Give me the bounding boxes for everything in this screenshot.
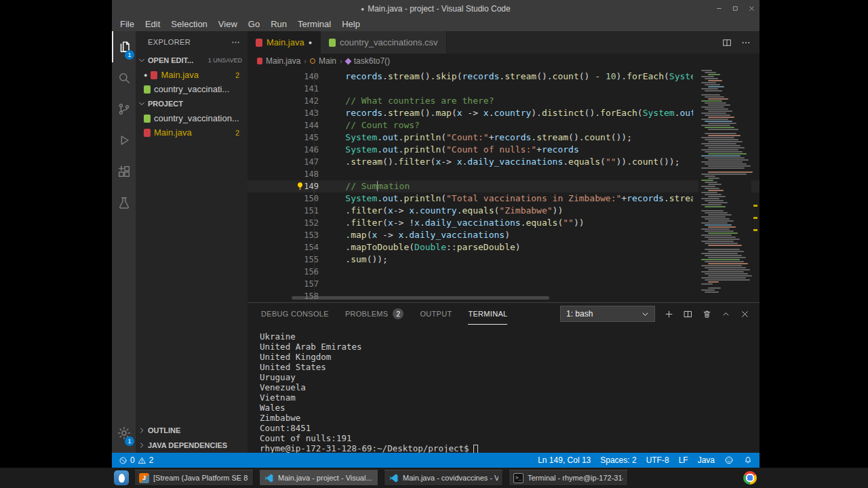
terminal-output[interactable]: UkraineUnited Arab EmiratesUnited Kingdo… bbox=[248, 325, 760, 453]
menu-view[interactable]: View bbox=[213, 17, 243, 31]
code-line[interactable]: 145 System.out.println("Count:"+records.… bbox=[248, 131, 760, 144]
code-line[interactable]: 154 .mapToDouble(Double::parseDouble) bbox=[248, 241, 760, 253]
chrome-icon[interactable] bbox=[743, 471, 757, 485]
section-outline[interactable]: OUTLINE bbox=[136, 423, 248, 438]
line-number[interactable]: 144 bbox=[248, 119, 319, 131]
line-number[interactable]: 142 bbox=[248, 95, 319, 107]
activity-run-debug[interactable] bbox=[112, 125, 136, 156]
line-number[interactable]: 153 bbox=[248, 229, 319, 241]
editor-tab-country-vaccinations-csv[interactable]: country_vaccinations.csv bbox=[321, 31, 447, 54]
breadcrumb-main-java[interactable]: Main.java bbox=[257, 56, 300, 66]
new-terminal-icon[interactable] bbox=[664, 309, 674, 319]
code-line[interactable]: 144 // Count rows? bbox=[248, 119, 760, 131]
line-number[interactable]: 146 bbox=[248, 144, 319, 156]
close-panel-icon[interactable] bbox=[740, 309, 750, 319]
menu-help[interactable]: Help bbox=[336, 17, 366, 31]
code-line[interactable]: 155 .sum()); bbox=[248, 253, 760, 266]
file-row-main-java[interactable]: ●Main.java2 bbox=[136, 68, 248, 82]
menu-terminal[interactable]: Terminal bbox=[292, 17, 336, 31]
lightbulb-icon[interactable] bbox=[295, 181, 305, 191]
code-line[interactable]: 141 bbox=[248, 83, 760, 95]
code-line[interactable]: 150 System.out.println("Total vaccinatio… bbox=[248, 192, 760, 205]
activity-test[interactable] bbox=[112, 187, 136, 218]
taskbar-window-main-java-covidvaccines-vi[interactable]: Main.java - covidvaccines - Vi... bbox=[384, 470, 503, 486]
split-terminal-icon[interactable] bbox=[683, 309, 693, 319]
status-utf-8[interactable]: UTF-8 bbox=[646, 455, 669, 465]
applications-menu-icon[interactable] bbox=[114, 470, 129, 485]
code-line[interactable]: 151 .filter(x-> x.country.equals("Zimbab… bbox=[248, 205, 760, 217]
code-line[interactable]: 156 bbox=[248, 266, 760, 278]
line-number[interactable]: 152 bbox=[248, 217, 319, 229]
code-line[interactable]: 143 records.stream().map(x -> x.country)… bbox=[248, 107, 760, 119]
line-number[interactable]: 141 bbox=[248, 83, 319, 95]
code-line[interactable]: 153 .map(x -> x.daily_vaccinations) bbox=[248, 229, 760, 241]
code-editor[interactable]: 140 records.stream().skip(records.stream… bbox=[248, 68, 760, 302]
maximize-panel-icon[interactable] bbox=[721, 309, 731, 319]
menu-go[interactable]: Go bbox=[243, 17, 265, 31]
code-line[interactable]: 147 .stream().filter(x-> x.daily_vaccina… bbox=[248, 156, 760, 168]
line-number[interactable]: 154 bbox=[248, 241, 319, 253]
line-number[interactable]: 155 bbox=[248, 253, 319, 266]
line-number[interactable]: 147 bbox=[248, 156, 319, 168]
breadcrumb-task6to7[interactable]: task6to7() bbox=[346, 56, 390, 66]
code-line[interactable]: 146 System.out.println("Count of nulls:"… bbox=[248, 144, 760, 156]
more-actions-icon[interactable] bbox=[741, 37, 751, 48]
code-line[interactable]: 148 bbox=[248, 168, 760, 180]
split-editor-icon[interactable] bbox=[722, 37, 732, 48]
editor-tab-main-java[interactable]: Main.java● bbox=[248, 31, 321, 54]
code-line[interactable]: 140 records.stream().skip(records.stream… bbox=[248, 70, 760, 83]
menu-edit[interactable]: Edit bbox=[140, 17, 165, 31]
line-number[interactable]: 150 bbox=[248, 192, 319, 205]
code-line[interactable]: 152 .filter(x-> !x.daily_vaccinations.eq… bbox=[248, 217, 760, 229]
code-line[interactable]: 149 // Summation bbox=[248, 180, 760, 192]
taskbar-window-stream-java-platform-se-8[interactable]: J[Stream (Java Platform SE 8 )... bbox=[134, 470, 254, 486]
activity-settings[interactable]: 1 bbox=[112, 418, 136, 449]
status-ln-149-col-13[interactable]: Ln 149, Col 13 bbox=[538, 455, 591, 465]
line-number[interactable]: 140 bbox=[248, 70, 319, 83]
line-number[interactable]: 148 bbox=[248, 168, 319, 180]
panel-tab-debug-console[interactable]: DEBUG CONSOLE bbox=[261, 303, 329, 325]
file-row-country-vaccination[interactable]: country_vaccination... bbox=[136, 111, 248, 125]
terminal-shell-select[interactable]: 1: bash bbox=[560, 306, 655, 322]
line-number[interactable]: 145 bbox=[248, 131, 319, 144]
activity-extensions[interactable] bbox=[112, 156, 136, 187]
maximize-button[interactable] bbox=[727, 0, 743, 17]
line-number[interactable]: 156 bbox=[248, 266, 319, 278]
menu-run[interactable]: Run bbox=[265, 17, 292, 31]
panel-tab-output[interactable]: OUTPUT bbox=[420, 303, 452, 325]
code-line[interactable]: 157 bbox=[248, 278, 760, 290]
taskbar-window-main-java-project-visual[interactable]: Main.java - project - Visual... bbox=[259, 470, 378, 486]
feedback-smiley-icon[interactable] bbox=[724, 455, 734, 465]
menu-file[interactable]: File bbox=[115, 17, 140, 31]
line-number[interactable]: 151 bbox=[248, 205, 319, 217]
horizontal-scrollbar[interactable] bbox=[292, 296, 549, 300]
file-row-country-vaccinati[interactable]: country_vaccinati... bbox=[136, 82, 248, 96]
line-number[interactable]: 149 bbox=[248, 180, 319, 192]
problems-status[interactable]: 0 2 bbox=[119, 455, 153, 465]
status-spaces-2[interactable]: Spaces: 2 bbox=[600, 455, 636, 465]
titlebar[interactable]: ●Main.java - project - Visual Studio Cod… bbox=[112, 0, 760, 17]
code-line[interactable]: 142 // What countries are there? bbox=[248, 95, 760, 107]
status-lf[interactable]: LF bbox=[679, 455, 688, 465]
section-open-editors[interactable]: OPEN EDIT... 1 UNSAVED bbox=[136, 53, 248, 68]
menu-selection[interactable]: Selection bbox=[165, 17, 212, 31]
line-number[interactable]: 157 bbox=[248, 278, 319, 290]
breadcrumb-main[interactable]: Main bbox=[310, 56, 336, 66]
activity-search[interactable] bbox=[112, 62, 136, 94]
notifications-bell-icon[interactable] bbox=[743, 455, 753, 465]
line-number[interactable]: 143 bbox=[248, 107, 319, 119]
kill-terminal-icon[interactable] bbox=[702, 309, 712, 319]
minimize-button[interactable] bbox=[711, 0, 727, 17]
section-project[interactable]: PROJECT bbox=[136, 96, 248, 111]
file-row-main-java[interactable]: Main.java2 bbox=[136, 125, 248, 140]
more-actions-icon[interactable] bbox=[231, 37, 241, 47]
section-java-dependencies[interactable]: JAVA DEPENDENCIES bbox=[136, 438, 248, 453]
taskbar-window-terminal-rhyme-ip-172-31[interactable]: >_Terminal - rhyme@ip-172-31-... bbox=[509, 470, 628, 486]
activity-explorer[interactable]: 1 bbox=[112, 31, 136, 62]
minimap[interactable] bbox=[698, 68, 751, 302]
status-java[interactable]: Java bbox=[698, 455, 715, 465]
panel-tab-problems[interactable]: PROBLEMS2 bbox=[345, 303, 404, 325]
close-button[interactable] bbox=[743, 0, 760, 17]
activity-source-control[interactable] bbox=[112, 94, 136, 125]
panel-tab-terminal[interactable]: TERMINAL bbox=[468, 303, 507, 325]
